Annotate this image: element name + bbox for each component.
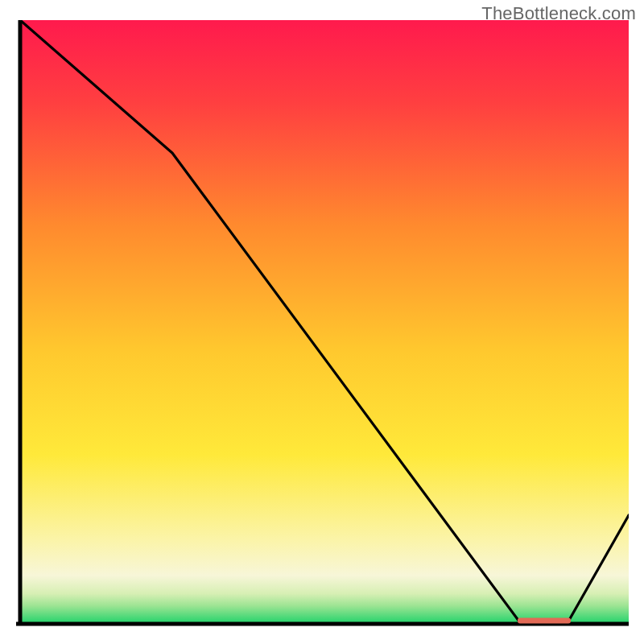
heat-gradient-rect [20,20,629,624]
chart-stage: TheBottleneck.com [0,0,644,644]
chart-svg [16,20,629,628]
minimum-marker [518,618,571,624]
plot-area [16,20,629,628]
